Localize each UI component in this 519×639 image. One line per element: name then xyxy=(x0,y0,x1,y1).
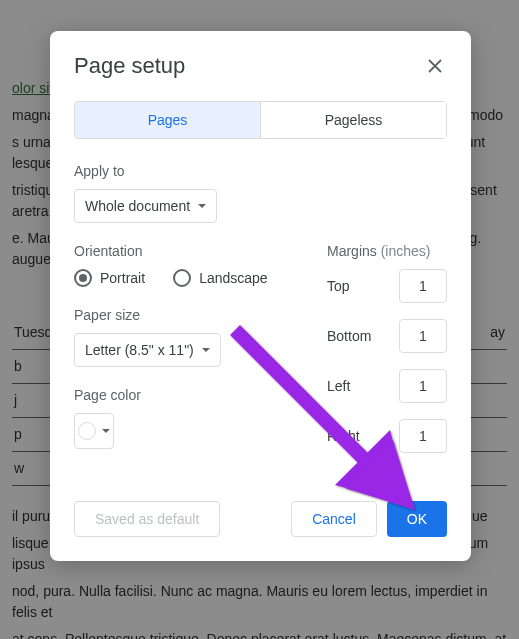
page-color-select[interactable] xyxy=(74,413,114,449)
tab-pages[interactable]: Pages xyxy=(75,102,261,138)
orientation-landscape-radio[interactable]: Landscape xyxy=(173,269,268,287)
radio-checked-icon xyxy=(74,269,92,287)
close-icon[interactable] xyxy=(423,54,447,78)
dialog-title: Page setup xyxy=(74,53,185,79)
margin-left-input[interactable] xyxy=(399,369,447,403)
margin-right-label: Right xyxy=(327,428,360,444)
chevron-down-icon xyxy=(102,429,110,433)
margin-bottom-input[interactable] xyxy=(399,319,447,353)
page-color-label: Page color xyxy=(74,387,303,403)
tabs: Pages Pageless xyxy=(74,101,447,139)
margin-right-input[interactable] xyxy=(399,419,447,453)
chevron-down-icon xyxy=(202,348,210,352)
margin-bottom-label: Bottom xyxy=(327,328,371,344)
color-swatch-icon xyxy=(78,422,96,440)
margin-top-label: Top xyxy=(327,278,350,294)
margins-label: Margins (inches) xyxy=(327,243,447,259)
saved-as-default-button[interactable]: Saved as default xyxy=(74,501,220,537)
paper-size-select[interactable]: Letter (8.5" x 11") xyxy=(74,333,221,367)
apply-to-label: Apply to xyxy=(74,163,447,179)
chevron-down-icon xyxy=(198,204,206,208)
tab-pageless[interactable]: Pageless xyxy=(261,102,446,138)
orientation-portrait-radio[interactable]: Portrait xyxy=(74,269,145,287)
paper-size-label: Paper size xyxy=(74,307,303,323)
margin-left-label: Left xyxy=(327,378,350,394)
page-setup-dialog: Page setup Pages Pageless Apply to Whole… xyxy=(50,31,471,561)
apply-to-select[interactable]: Whole document xyxy=(74,189,217,223)
orientation-label: Orientation xyxy=(74,243,303,259)
radio-unchecked-icon xyxy=(173,269,191,287)
ok-button[interactable]: OK xyxy=(387,501,447,537)
cancel-button[interactable]: Cancel xyxy=(291,501,377,537)
margin-top-input[interactable] xyxy=(399,269,447,303)
